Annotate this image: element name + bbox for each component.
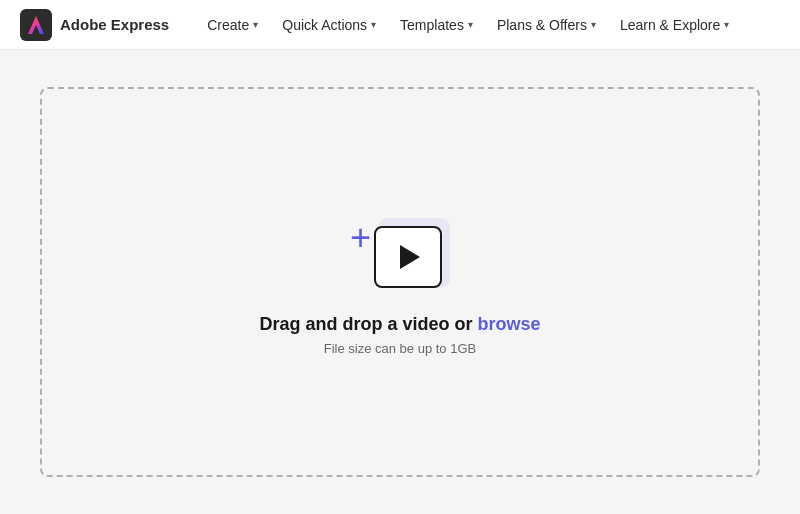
nav-item-templates[interactable]: Templates ▾ [390, 11, 483, 39]
video-file-icon [374, 226, 442, 288]
nav-item-create[interactable]: Create ▾ [197, 11, 268, 39]
upload-icon-container: + [350, 208, 450, 298]
app-name-label: Adobe Express [60, 16, 169, 33]
nav-item-learn-explore[interactable]: Learn & Explore ▾ [610, 11, 739, 39]
logo-area[interactable]: Adobe Express [20, 9, 169, 41]
chevron-down-icon: ▾ [371, 19, 376, 30]
video-upload-dropzone[interactable]: + Drag and drop a video or browse File s… [40, 87, 760, 477]
adobe-express-logo-icon [20, 9, 52, 41]
header: Adobe Express Create ▾ Quick Actions ▾ T… [0, 0, 800, 50]
plus-icon: + [350, 220, 371, 256]
drop-title: Drag and drop a video or browse [259, 314, 540, 335]
file-size-hint: File size can be up to 1GB [259, 341, 540, 356]
chevron-down-icon: ▾ [253, 19, 258, 30]
browse-link[interactable]: browse [478, 314, 541, 334]
nav-item-quick-actions[interactable]: Quick Actions ▾ [272, 11, 386, 39]
nav-item-plans-offers[interactable]: Plans & Offers ▾ [487, 11, 606, 39]
chevron-down-icon: ▾ [468, 19, 473, 30]
play-triangle-icon [400, 245, 420, 269]
main-nav: Create ▾ Quick Actions ▾ Templates ▾ Pla… [197, 11, 780, 39]
main-content: + Drag and drop a video or browse File s… [0, 50, 800, 514]
chevron-down-icon: ▾ [724, 19, 729, 30]
chevron-down-icon: ▾ [591, 19, 596, 30]
drop-zone-text: Drag and drop a video or browse File siz… [259, 314, 540, 356]
